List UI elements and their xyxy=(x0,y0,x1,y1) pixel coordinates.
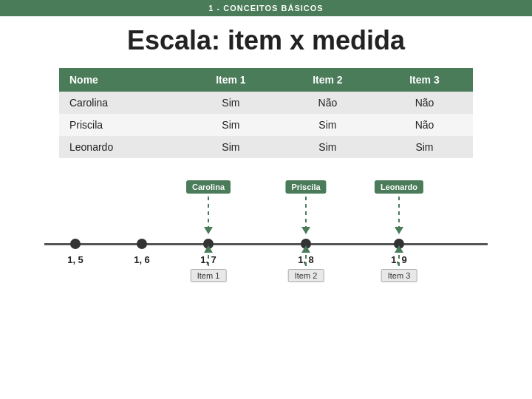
table-cell: Não xyxy=(279,92,376,114)
table-cell: Sim xyxy=(279,114,376,136)
dashed-arrow-up-item2 xyxy=(305,251,307,266)
dashed-arrow-priscila xyxy=(305,197,307,230)
dashed-arrow-up-item1 xyxy=(208,251,209,266)
table-header-row: Nome Item 1 Item 2 Item 3 xyxy=(59,68,473,92)
person-label-carolina: Carolina xyxy=(186,180,231,194)
table-cell: Sim xyxy=(183,92,279,114)
table-cell: Sim xyxy=(279,136,376,158)
item-label-1: Item 1 xyxy=(191,269,227,282)
arrowhead-leonardo xyxy=(395,227,403,234)
table-cell: Não xyxy=(376,92,473,114)
dot-1-5 xyxy=(70,239,81,249)
data-table: Nome Item 1 Item 2 Item 3 CarolinaSimNão… xyxy=(59,68,473,158)
table-row: PriscilaSimSimNão xyxy=(59,114,473,136)
arrowhead-up-item3 xyxy=(395,245,403,253)
table-cell: Carolina xyxy=(59,92,183,114)
dashed-arrow-leonardo xyxy=(398,197,400,230)
arrowhead-up-item1 xyxy=(204,245,213,253)
dashed-arrow-up-item3 xyxy=(398,251,400,266)
table-cell: Não xyxy=(376,114,473,136)
arrowhead-carolina xyxy=(204,227,213,234)
item-label-2: Item 2 xyxy=(288,269,324,282)
col-header-item3: Item 3 xyxy=(376,68,473,92)
table-row: LeonardoSimSimSim xyxy=(59,136,473,158)
timeline-line xyxy=(44,243,488,245)
dashed-arrow-carolina xyxy=(208,197,209,230)
table-cell: Sim xyxy=(183,136,279,158)
dot-1-6 xyxy=(137,239,147,249)
data-table-wrapper: Nome Item 1 Item 2 Item 3 CarolinaSimNão… xyxy=(59,68,473,158)
table-cell: Priscila xyxy=(59,114,183,136)
person-label-leonardo: Leonardo xyxy=(375,180,423,194)
table-row: CarolinaSimNãoNão xyxy=(59,92,473,114)
arrowhead-up-item2 xyxy=(301,245,310,253)
top-bar: 1 - CONCEITOS BÁSICOS xyxy=(0,0,532,16)
col-header-nome: Nome xyxy=(59,68,183,92)
col-header-item2: Item 2 xyxy=(279,68,376,92)
top-bar-label: 1 - CONCEITOS BÁSICOS xyxy=(208,4,323,13)
page-title: Escala: item x medida xyxy=(0,25,532,56)
person-label-priscila: Priscila xyxy=(285,180,326,194)
table-cell: Sim xyxy=(376,136,473,158)
scale-label-1-5: 1, 5 xyxy=(67,254,83,265)
scale-label-1-6: 1, 6 xyxy=(134,254,150,265)
table-cell: Leonardo xyxy=(59,136,183,158)
col-header-item1: Item 1 xyxy=(183,68,279,92)
item-label-3: Item 3 xyxy=(381,269,417,282)
table-cell: Sim xyxy=(183,114,279,136)
arrowhead-priscila xyxy=(301,227,310,234)
timeline-section: Carolina Priscila Leonardo 1, 5 1, 6 1, … xyxy=(44,180,488,299)
